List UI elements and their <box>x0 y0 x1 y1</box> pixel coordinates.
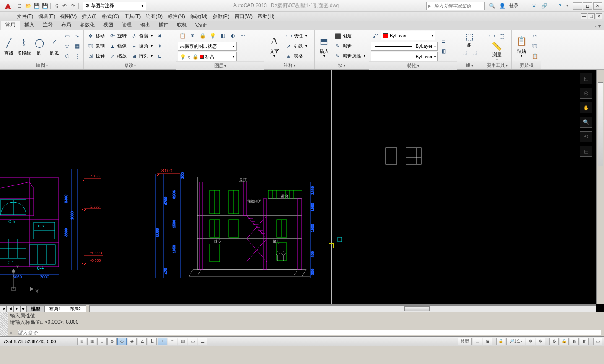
ortho-button[interactable]: ∟ <box>97 338 107 345</box>
blockcreate-button[interactable]: ⬛创建 <box>333 31 367 41</box>
layermatch-icon[interactable]: ◐ <box>228 31 237 40</box>
copy-button[interactable]: ⿻复制 <box>86 42 107 51</box>
tab-prev-icon[interactable]: ◀ <box>7 305 13 312</box>
ws-switch-icon[interactable]: ⚙ <box>549 338 559 345</box>
viewcube-icon[interactable]: ◱ <box>580 73 592 84</box>
ribbon-expand-icon[interactable]: ▫ ▾ <box>591 22 604 30</box>
tab-last-icon[interactable]: ⏭ <box>20 305 27 312</box>
layout-tab-1[interactable]: 布局1 <box>44 305 65 312</box>
cleanscreen-icon[interactable]: ▭ <box>593 338 602 345</box>
lineweight-dropdown[interactable]: ByLayer▾ <box>371 42 438 51</box>
annoscale-icon[interactable]: 🔒 <box>496 338 505 345</box>
copy-clip-icon[interactable]: ⿻ <box>530 42 539 51</box>
rotate-button[interactable]: ⟳旋转 <box>107 31 128 41</box>
tab-manage[interactable]: 管理 <box>117 20 136 30</box>
otrack-button[interactable]: ∠ <box>138 338 147 345</box>
vertical-scrollbar[interactable] <box>596 70 604 304</box>
infocenter-search[interactable]: ▸ <box>426 2 485 10</box>
workspace-dropdown[interactable]: ⚙ 草图与注释 ▾ <box>83 2 146 10</box>
coordinates-display[interactable]: 72586.73, 52387.40, 0.00 <box>2 339 73 344</box>
menu-help[interactable]: 帮助(H) <box>258 13 275 20</box>
spline-icon[interactable]: ∿ <box>73 31 82 41</box>
paste-button[interactable]: 📋粘贴▾ <box>513 31 529 61</box>
pastespecial-icon[interactable]: 📋 <box>530 52 539 61</box>
doc-restore-button[interactable]: ❐ <box>588 13 595 19</box>
measure-button[interactable]: 📏测量▾ <box>487 42 508 61</box>
menu-file[interactable]: 文件(F) <box>17 13 33 20</box>
matchprop-icon[interactable]: 🖌 <box>371 31 380 40</box>
layerfreeze-icon[interactable]: ❄ <box>188 31 197 40</box>
menu-dimension[interactable]: 标注(N) <box>168 13 185 20</box>
blockedit-button[interactable]: ✎编辑 <box>333 42 367 51</box>
menu-view[interactable]: 视图(V) <box>60 13 77 20</box>
layerlock-icon[interactable]: 🔒 <box>198 31 207 40</box>
showmotion-icon[interactable]: ▤ <box>580 146 592 157</box>
tab-addins[interactable]: 插件 <box>154 20 173 30</box>
plot-icon[interactable]: 🖨 <box>52 2 60 10</box>
tab-insert[interactable]: 插入 <box>20 20 39 30</box>
sc-button[interactable]: ☰ <box>198 338 207 345</box>
search-icon[interactable]: 🔍 <box>488 2 496 10</box>
steering-icon[interactable]: ◎ <box>580 88 592 99</box>
menu-insert[interactable]: 插入(I) <box>82 13 96 20</box>
tab-annotate[interactable]: 注释 <box>39 20 57 30</box>
scale-button[interactable]: ⤢缩放 <box>107 52 128 61</box>
command-line[interactable]: ▹_ <box>8 328 604 336</box>
dist-icon[interactable]: ⟷ <box>487 31 497 41</box>
layout-tab-2[interactable]: 布局2 <box>65 305 86 312</box>
modelspace-button[interactable]: 模型 <box>458 338 472 345</box>
layout-tab-model[interactable]: 模型 <box>26 305 45 312</box>
menu-edit[interactable]: 编辑(E) <box>38 13 55 20</box>
arc-button[interactable]: ◜圆弧 <box>47 31 62 61</box>
circle-button[interactable]: ◯圆 <box>32 31 47 61</box>
layermore-icon[interactable]: ⋯ <box>238 31 247 40</box>
tab-vault[interactable]: Vault <box>191 21 211 30</box>
groupedit-icon[interactable]: ⬚ <box>470 48 479 57</box>
drawing-canvas[interactable]: C-5 C-6 C-1 C-4 7.160 1.650 ±0.000 -0.30… <box>0 70 604 312</box>
app-logo[interactable] <box>2 1 14 11</box>
drawing-quickview-icon[interactable]: ▣ <box>483 338 492 345</box>
tab-next-icon[interactable]: ▶ <box>13 305 20 312</box>
panel-layer-title[interactable]: 图层▾ <box>176 61 264 70</box>
tab-layout[interactable]: 布局 <box>57 20 76 30</box>
3dosnap-button[interactable]: ◈ <box>128 338 137 345</box>
grid-button[interactable]: ▦ <box>87 338 96 345</box>
lwt-button[interactable]: ≡ <box>168 338 177 345</box>
tpy-button[interactable]: ▤ <box>178 338 187 345</box>
osnap-button[interactable]: ◇ <box>117 338 127 345</box>
new-icon[interactable]: 🗋 <box>16 2 23 10</box>
tab-home[interactable]: 常用 <box>1 20 20 30</box>
polar-button[interactable]: ⊕ <box>107 338 117 345</box>
panel-block-title[interactable]: 块▾ <box>315 61 369 69</box>
drawing-viewport[interactable]: C-5 C-6 C-1 C-4 7.160 1.650 ±0.000 -0.30… <box>0 70 604 312</box>
layer-dropdown[interactable]: 💡 ☼ 🔓 标高 ▾ <box>178 52 237 61</box>
doc-close-button[interactable]: ✕ <box>596 13 602 19</box>
explode-icon[interactable]: ✴ <box>155 42 164 51</box>
rect-icon[interactable]: ▭ <box>62 31 72 41</box>
tab-output[interactable]: 输出 <box>136 20 154 30</box>
ungroup-icon[interactable]: ⬚ <box>460 48 469 57</box>
blockattr-button[interactable]: ✎编辑属性▾ <box>333 52 367 61</box>
stretch-button[interactable]: ⇲拉伸 <box>86 52 107 61</box>
array-button[interactable]: ⊞阵列▾ <box>129 52 154 61</box>
help-icon[interactable]: ? <box>556 2 564 10</box>
offset-icon[interactable]: ⊏ <box>155 52 164 61</box>
toolbar-lock-icon[interactable]: 🔒 <box>560 338 569 345</box>
search-input[interactable] <box>432 3 484 8</box>
tab-first-icon[interactable]: ⏮ <box>0 305 7 312</box>
redo-icon[interactable]: ↷ <box>69 2 77 10</box>
signin-icon[interactable]: 👤 <box>498 2 506 10</box>
doc-minimize-button[interactable]: — <box>581 13 587 19</box>
tab-view[interactable]: 视图 <box>99 20 117 30</box>
exchange-icon[interactable]: ✕ <box>530 2 538 10</box>
mirror-button[interactable]: ▲镜像 <box>107 42 128 51</box>
insert-button[interactable]: ⬒插入▾ <box>316 31 332 61</box>
hardware-accel-icon[interactable]: ◐ <box>570 338 579 345</box>
ellipse-icon[interactable]: ⬭ <box>62 42 72 51</box>
move-button[interactable]: ✥移动 <box>86 31 107 41</box>
erase-icon[interactable]: ✖ <box>155 31 164 41</box>
save-icon[interactable]: 💾 <box>33 2 40 10</box>
saveas-icon[interactable]: 💾 <box>41 2 49 10</box>
point-icon[interactable]: ⋮ <box>73 52 82 61</box>
orbit-icon[interactable]: ⟲ <box>580 131 592 143</box>
